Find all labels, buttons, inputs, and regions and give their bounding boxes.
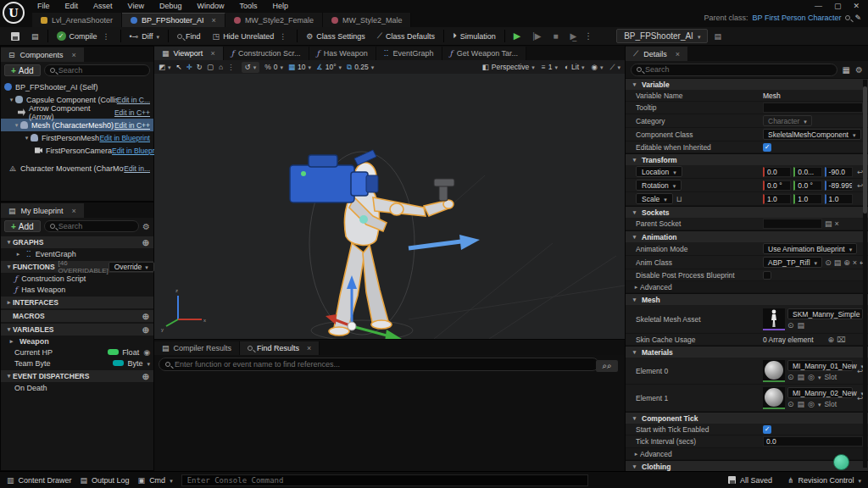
component-row-charmove[interactable]: ⨻ Character Movement (CharMoveComp) Edit… — [1, 162, 153, 175]
scale-tool-button[interactable]: ▢ — [207, 63, 214, 71]
edit-parent-icon[interactable]: ✎ — [854, 14, 861, 22]
components-tab[interactable]: ⊟ Components × — [1, 47, 84, 62]
scale-z-field[interactable]: 1.0 — [825, 194, 853, 204]
rotation-dropdown[interactable]: Rotation — [636, 180, 682, 191]
revision-control-dropdown[interactable]: ⋔ Revision Control — [787, 476, 861, 485]
camera-speed-dropdown[interactable]: ≡1 — [542, 63, 558, 71]
find-results-tab[interactable]: Find Results × — [240, 341, 320, 355]
rotation-x-field[interactable]: 0.0 ° — [763, 180, 791, 191]
on-death-item[interactable]: On Death — [1, 382, 153, 393]
has-weapon-tab[interactable]: ƒHas Weapon — [309, 47, 376, 60]
my-blueprint-search-input[interactable] — [58, 222, 133, 230]
component-row-arrow[interactable]: Arrow Component (Arrow) Edit in C++ — [1, 106, 153, 119]
browse-icon[interactable]: ▤ — [798, 373, 805, 381]
category-dropdown[interactable]: Character — [763, 115, 812, 126]
frame-skip-button[interactable]: |▶ — [526, 28, 547, 45]
all-saved-button[interactable]: All Saved — [728, 476, 772, 485]
variable-current-hp[interactable]: Current HP Float ◉ — [1, 347, 153, 358]
content-drawer-button[interactable]: ▥ Content Drawer — [7, 476, 72, 485]
anim-class-dropdown[interactable]: ABP_TP_Rifl — [763, 257, 822, 268]
browse-icon[interactable]: ▤ — [798, 400, 805, 408]
use-selected-icon[interactable]: ⊙ — [825, 258, 832, 267]
tab-lvl-arenashooter[interactable]: Lvl_ArenaShooter — [32, 13, 122, 27]
compile-options-icon[interactable]: ⋮ — [101, 32, 112, 41]
browse-debug-icon[interactable]: ▤ — [708, 28, 727, 45]
interfaces-header[interactable]: ▸ INTERFACES — [1, 297, 153, 308]
select-tool-button[interactable]: ↖ — [176, 63, 182, 71]
add-graph-icon[interactable]: ⊕ — [142, 238, 149, 247]
viewport-tab[interactable]: ▦ Viewport × — [154, 47, 224, 60]
details-close-icon[interactable]: × — [676, 50, 680, 58]
component-class-dropdown[interactable]: SkeletalMeshComponent — [763, 129, 861, 140]
rotation-snap-dropdown[interactable]: ∡10° — [316, 63, 342, 71]
close-button[interactable]: ✕ — [853, 2, 860, 10]
cmd-dropdown[interactable]: ▣ Cmd — [138, 476, 173, 485]
socket-picker-icon[interactable]: ▤ — [825, 219, 832, 228]
section-sockets[interactable]: ▾Sockets — [626, 206, 868, 218]
skeletal-mesh-thumbnail[interactable] — [763, 308, 785, 330]
tab-mw-style2-male[interactable]: MW_Style2_Male — [323, 13, 412, 27]
location-dropdown[interactable]: Location — [636, 166, 682, 177]
macros-header[interactable]: ▸ MACROS ⊕ — [1, 310, 153, 322]
rotate-tool-button[interactable]: ↻ — [197, 63, 203, 71]
add-component-button[interactable]: +Add — [4, 64, 41, 76]
viewport-settings-dropdown[interactable]: ⟋ — [610, 63, 620, 72]
parent-class-link[interactable]: BP First Person Character — [753, 14, 842, 22]
trash-icon[interactable]: ⌧ — [837, 336, 845, 344]
row-animation-advanced[interactable]: ▸ Advanced — [626, 281, 868, 293]
browse-asset-button[interactable]: ▤ — [25, 28, 45, 45]
surface-snap-dropdown[interactable]: %0 — [264, 63, 283, 71]
menu-view[interactable]: View — [121, 2, 151, 10]
console-command-box[interactable] — [181, 474, 588, 486]
my-blueprint-tab[interactable]: ▤ My Blueprint × — [1, 203, 84, 218]
hide-unrelated-options-icon[interactable]: ⋮ — [277, 32, 288, 41]
skeletal-mesh-dropdown[interactable]: SKM_Manny_Simple — [787, 308, 863, 319]
menu-debug[interactable]: Debug — [153, 2, 189, 10]
has-weapon-item[interactable]: ƒ Has Weapon — [1, 284, 153, 295]
expand-icon[interactable]: ▸ — [8, 338, 15, 345]
component-row-self[interactable]: BP_FPShooter_AI (Self) — [1, 80, 153, 93]
add-macro-icon[interactable]: ⊕ — [142, 312, 149, 321]
add-blueprint-item-button[interactable]: +Add — [4, 220, 41, 232]
move-tool-button[interactable]: ✛ — [186, 63, 192, 71]
reset-icon[interactable]: ↩ — [857, 181, 863, 190]
component-row-firstpersoncamera[interactable]: FirstPersonCamera Edit in Blueprint — [1, 144, 153, 157]
menu-tools[interactable]: Tools — [232, 2, 264, 10]
console-command-input[interactable] — [187, 476, 582, 485]
play-button[interactable]: ▶ — [508, 28, 526, 45]
section-animation[interactable]: ▾Animation — [626, 230, 868, 242]
camera-mesh[interactable] — [290, 150, 378, 202]
tab-close-icon[interactable]: × — [212, 16, 216, 25]
weapon-category[interactable]: ▸ Weapon — [1, 336, 153, 347]
start-tick-checkbox[interactable]: ✓ — [763, 425, 771, 434]
browse-icon[interactable]: ▤ — [834, 258, 842, 267]
display-filter-icon[interactable]: ▦ — [843, 65, 850, 75]
material-thumbnail[interactable] — [763, 387, 785, 409]
edit-in-cpp-link[interactable]: Edit in C++ — [114, 108, 150, 117]
compiler-results-tab[interactable]: ▤ Compiler Results — [154, 341, 240, 355]
launch-button[interactable]: ▶̲ — [564, 28, 582, 45]
find-references-search[interactable] — [159, 358, 599, 371]
construction-script-tab[interactable]: ƒConstruction Scr... — [224, 47, 309, 60]
material1-dropdown[interactable]: MI_Manny_02_New — [787, 387, 853, 398]
my-blueprint-close-icon[interactable]: × — [72, 207, 76, 215]
location-z-field[interactable]: -90.0 — [825, 167, 853, 177]
play-options-icon[interactable]: ⋮ — [582, 31, 594, 41]
material0-dropdown[interactable]: MI_Manny_01_New — [787, 360, 853, 371]
output-log-button[interactable]: ▤ Output Log — [81, 476, 130, 485]
edit-in-cpp-link[interactable]: Edit in C... — [117, 96, 150, 104]
compile-button[interactable]: ✓ Compile ⋮ — [51, 28, 118, 45]
camera-options-dropdown[interactable]: ◩ — [159, 63, 171, 71]
browse-icon[interactable]: ▤ — [798, 321, 805, 330]
expand-icon[interactable]: ▸ — [14, 251, 22, 258]
maximize-button[interactable]: ▢ — [834, 2, 842, 10]
find-results-close-icon[interactable]: × — [307, 344, 311, 352]
eventgraph-tab[interactable]: ⁚⁚EventGraph — [376, 47, 442, 60]
scale-y-field[interactable]: 1.0 — [793, 194, 821, 204]
editable-checkbox[interactable]: ✓ — [763, 143, 771, 152]
class-defaults-button[interactable]: ⟋ Class Defaults — [371, 28, 441, 45]
add-dispatcher-icon[interactable]: ⊕ — [142, 372, 149, 381]
stop-button[interactable]: ■ — [547, 28, 564, 45]
find-references-input[interactable] — [175, 360, 593, 369]
eventgraph-item[interactable]: ▸ ⁚⁚ EventGraph — [1, 248, 153, 259]
